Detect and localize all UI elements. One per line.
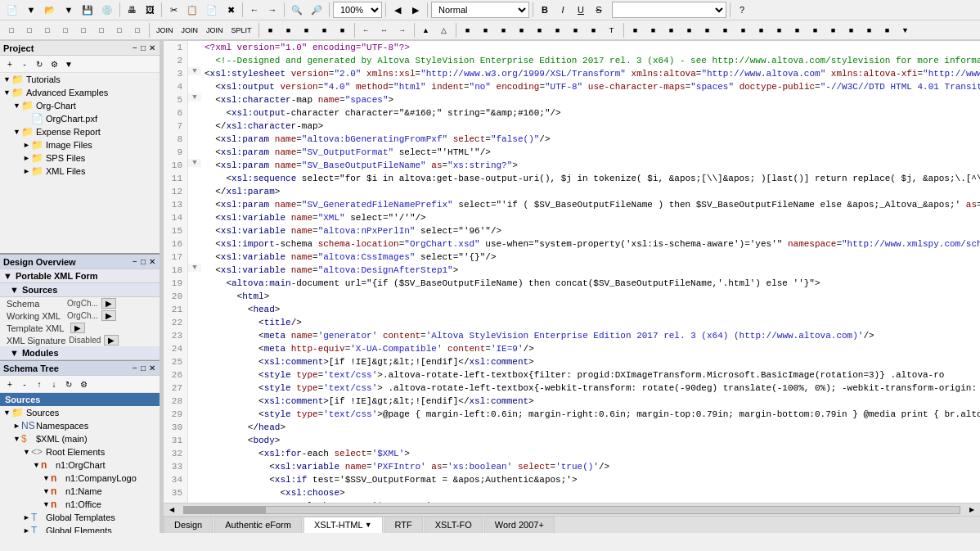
schema-down-btn[interactable]: ↓: [47, 377, 61, 391]
join-btn-1[interactable]: JOIN: [153, 22, 177, 38]
line-code-2[interactable]: <!--Designed and generated by Altova Sty…: [201, 54, 980, 67]
insert-btn-8[interactable]: □: [129, 22, 146, 38]
misc-btn-18[interactable]: ■: [771, 22, 788, 38]
tab-rtf[interactable]: RTF: [384, 517, 423, 533]
strikethrough-button[interactable]: S: [591, 2, 607, 18]
expand-global-elements[interactable]: ►: [23, 526, 31, 533]
misc-btn-10[interactable]: ■: [627, 22, 644, 38]
insert-btn-2[interactable]: □: [21, 22, 38, 38]
expand-advanced[interactable]: ▼: [3, 88, 11, 97]
scroll-thumb[interactable]: [184, 507, 266, 513]
line-code-32[interactable]: <xsl:for-each select='$XML'>: [201, 447, 410, 460]
tab-xslt-fo[interactable]: XSLT-FO: [425, 517, 483, 533]
chart-btn[interactable]: ▲: [418, 22, 434, 38]
layout-btn-2[interactable]: ■: [281, 22, 297, 38]
tab-authentic[interactable]: Authentic eForm: [214, 517, 302, 533]
mode-select[interactable]: Normal Large Full Screen: [431, 2, 529, 18]
misc-btn-14[interactable]: ■: [699, 22, 716, 38]
tab-design[interactable]: Design: [164, 517, 213, 533]
line-code-23[interactable]: <meta name='generator' content='Altova S…: [201, 329, 874, 342]
navigate-forward-button[interactable]: ▶: [407, 2, 424, 18]
insert-btn-3[interactable]: □: [39, 22, 56, 38]
font-select[interactable]: [612, 2, 726, 18]
line-marker-3[interactable]: ▼: [188, 67, 201, 75]
line-code-33[interactable]: <xsl:variable name='PXFIntro' as='xs:boo…: [201, 460, 609, 473]
schema-settings-btn[interactable]: ⚙: [77, 377, 90, 391]
misc-btn-5[interactable]: ■: [532, 22, 548, 38]
line-marker-18[interactable]: ▼: [188, 264, 201, 272]
schema-remove-btn[interactable]: -: [18, 377, 31, 391]
expand-tutorials[interactable]: ▼: [3, 75, 11, 84]
project-settings-btn[interactable]: ⚙: [47, 57, 61, 70]
line-code-8[interactable]: <xsl:param name="altova:bGeneratingFromP…: [201, 133, 551, 146]
misc-btn-22[interactable]: ■: [843, 22, 860, 38]
line-code-11[interactable]: <xsl:sequence select="for $i in altova:g…: [201, 172, 980, 185]
expand-expense[interactable]: ▼: [13, 128, 21, 136]
line-code-31[interactable]: <body>: [201, 434, 280, 447]
line-code-25[interactable]: <xsl:comment>[if !IE]&gt;&lt;![endif]</x…: [201, 355, 534, 368]
tab-dropdown-icon[interactable]: ▼: [365, 521, 372, 529]
line-code-4[interactable]: <xsl:output version="4.0" method="html" …: [201, 80, 980, 93]
misc-btn-4[interactable]: ■: [514, 22, 530, 38]
tree-item-tutorials[interactable]: ▼ 📁 Tutorials: [0, 73, 160, 86]
join-btn-2[interactable]: JOIN: [178, 22, 202, 38]
save-button[interactable]: 💾: [79, 2, 97, 18]
insert-btn-1[interactable]: □: [3, 22, 20, 38]
replace-button[interactable]: 🔎: [308, 2, 326, 18]
tree-item-xml-files[interactable]: ► 📁 XML Files: [0, 165, 160, 178]
tree-item-image-files[interactable]: ► 📁 Image Files: [0, 138, 160, 151]
line-code-6[interactable]: <xsl:output-character character="&#160;"…: [201, 106, 561, 120]
paste-button[interactable]: 📄: [203, 2, 221, 18]
misc-btn-25[interactable]: ▼: [897, 22, 914, 38]
project-close-button[interactable]: ✕: [148, 43, 156, 53]
insert-btn-5[interactable]: □: [75, 22, 92, 38]
misc-btn-19[interactable]: ■: [789, 22, 806, 38]
line-code-30[interactable]: </head>: [201, 421, 285, 434]
expand-orgchart[interactable]: ▼: [13, 102, 21, 110]
misc-btn-8[interactable]: ■: [586, 22, 602, 38]
project-refresh-btn[interactable]: ↻: [33, 57, 46, 70]
line-code-9[interactable]: <xsl:param name="SV_OutputFormat" select…: [201, 146, 491, 159]
schema-edit-button[interactable]: ▶: [101, 298, 116, 309]
line-code-21[interactable]: <head>: [201, 303, 280, 316]
misc-btn-21[interactable]: ■: [825, 22, 842, 38]
expand-companylogo[interactable]: ▼: [43, 474, 51, 482]
print-button[interactable]: 🖶: [124, 2, 140, 18]
insert-btn-4[interactable]: □: [57, 22, 74, 38]
line-code-20[interactable]: <html>: [201, 290, 269, 303]
expand-portable[interactable]: ▼: [3, 271, 12, 281]
layout-btn-4[interactable]: ■: [317, 22, 333, 38]
expand-name[interactable]: ▼: [43, 487, 51, 495]
new-button[interactable]: 📄: [3, 2, 21, 18]
line-code-18[interactable]: <xsl:variable name="altova:DesignAfterSt…: [201, 264, 458, 277]
line-code-35[interactable]: <xsl:choose>: [201, 486, 345, 499]
line-code-3[interactable]: <xsl:stylesheet version="2.0" xmlns:xsl=…: [201, 67, 980, 80]
line-code-28[interactable]: <xsl:comment>[if !IE]&gt;&lt;![endif]</x…: [201, 395, 534, 408]
save-all-button[interactable]: 💿: [98, 2, 116, 18]
new-dropdown-button[interactable]: ▼: [23, 2, 39, 18]
open-button[interactable]: 📂: [41, 2, 59, 18]
line-code-27[interactable]: <style type='text/css'> .altova-rotate-l…: [201, 382, 980, 395]
line-code-17[interactable]: <xsl:variable name="altova:CssImages" se…: [201, 251, 497, 264]
misc-btn-7[interactable]: ■: [568, 22, 584, 38]
misc-btn-23[interactable]: ■: [861, 22, 878, 38]
working-xml-edit-button[interactable]: ▶: [101, 310, 116, 321]
line-marker-5[interactable]: ▼: [188, 93, 201, 102]
schema-close-button[interactable]: ✕: [148, 363, 156, 373]
bold-button[interactable]: B: [537, 2, 553, 18]
misc-btn-2[interactable]: ■: [478, 22, 494, 38]
align-btn-3[interactable]: →: [394, 22, 411, 38]
tab-xslt-html[interactable]: XSLT-HTML ▼: [303, 517, 383, 533]
copy-button[interactable]: 📋: [183, 2, 201, 18]
italic-button[interactable]: I: [555, 2, 571, 18]
schema-tree-item-xml-main[interactable]: ▼ $ $XML (main): [0, 432, 160, 445]
design-minimize-button[interactable]: −: [132, 256, 138, 267]
expand-schema-sources[interactable]: ▼: [3, 409, 11, 417]
line-marker-10[interactable]: ▼: [188, 159, 201, 167]
project-remove-btn[interactable]: -: [18, 57, 31, 70]
line-code-14[interactable]: <xsl:variable name="XML" select="'/'"/>: [201, 211, 426, 224]
line-code-1[interactable]: <?xml version="1.0" encoding="UTF-8"?>: [201, 41, 410, 54]
misc-btn-24[interactable]: ■: [879, 22, 896, 38]
line-code-5[interactable]: <xsl:character-map name="spaces">: [201, 93, 393, 106]
line-code-10[interactable]: <xsl:param name="SV_BaseOutputFileName" …: [201, 159, 518, 172]
